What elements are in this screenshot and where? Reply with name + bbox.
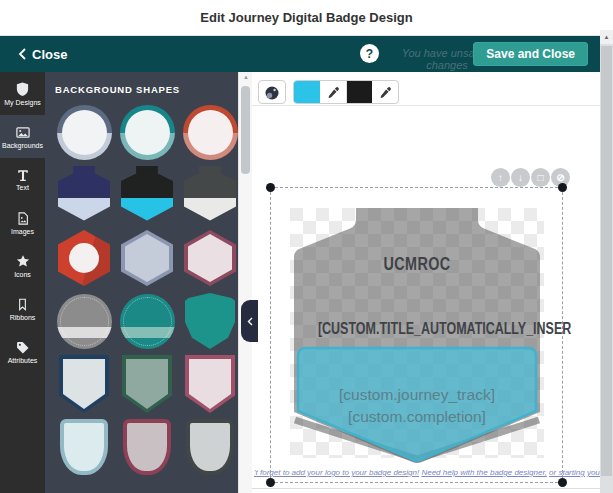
shape-thumbnail-ring-circle[interactable] [118,103,176,161]
shape-thumbnail-tab-shield[interactable] [181,166,238,224]
shape-thumbnail-ring-circle[interactable] [181,103,238,161]
photo-icon [16,211,30,226]
panel-scrollbar-thumb[interactable] [241,86,250,174]
close-button[interactable]: Close [18,47,67,62]
chevron-left-icon [247,317,253,326]
shape-thumbnail-tab-shield[interactable] [55,166,113,224]
shape-thumbnail-peek-circle[interactable] [118,481,176,493]
sidebar-item-backgrounds[interactable]: Backgrounds [0,115,45,158]
shape-thumbnail-pennant[interactable] [55,355,113,413]
shape-thumbnail-pennant[interactable] [118,355,176,413]
background-shapes-panel: BACKGROUND SHAPES [45,72,238,493]
page-scrollbar[interactable]: ▲ [600,30,613,493]
star-icon [15,254,31,269]
fill-swatch[interactable] [294,81,320,104]
footer-note-text: 't forget to add your logo to your badge… [254,468,419,477]
close-label: Close [32,47,67,62]
sidebar-item-attributes[interactable]: Attributes [0,330,45,373]
color-sphere-icon[interactable] [259,81,285,104]
color-toolbar [258,80,399,104]
sidebar-item-label: Text [16,184,29,191]
bookmark-icon [16,297,29,312]
badge-completion-text[interactable]: [custom.completion] [290,408,544,426]
badge-org-text[interactable]: UCMROC [315,254,518,275]
panel-scrollbar[interactable]: ▲ [238,72,252,493]
shape-thumbnail-band-circle[interactable] [55,292,113,350]
eyedropper-icon[interactable] [320,81,346,104]
sidebar-item-label: My Designs [4,99,41,106]
scroll-up-icon[interactable]: ▲ [600,30,613,44]
sidebar-item-images[interactable]: Images [0,201,45,244]
scroll-up-icon[interactable]: ▲ [239,74,253,80]
help-icon[interactable]: ? [360,44,379,63]
shape-thumbnail-peek-circle[interactable] [181,481,238,493]
shape-thumbnail-u-shield[interactable] [181,418,238,476]
shape-thumbnail-u-shield[interactable] [55,418,113,476]
tag-icon [15,340,30,355]
page-title: Edit Journey Digital Badge Design [200,10,412,25]
canvas-footer-note: 't forget to add your logo to your badge… [254,468,600,477]
selection-handle[interactable] [558,183,567,192]
duplicate-button[interactable]: □ [531,168,550,187]
shape-thumbnail-peek-circle[interactable] [55,481,113,493]
shape-thumbnail-shield[interactable] [181,292,238,350]
sidebar-item-icons[interactable]: Icons [0,244,45,287]
shape-thumbnail-tab-shield[interactable] [118,166,176,224]
collapse-panel-tab[interactable] [241,300,258,342]
shape-grid [55,103,238,493]
design-canvas[interactable]: ↑↓□⊘ UCMROC [CUSTOM.TITLE_AUTOMATICALLY_… [252,72,600,493]
sidebar-item-ribbons[interactable]: Ribbons [0,287,45,330]
sidebar-item-label: Images [11,228,34,235]
sidebar-item-label: Ribbons [10,314,36,321]
shape-thumbnail-hex-circle[interactable] [55,229,113,287]
sidebar-item-label: Icons [14,271,31,278]
sidebar-item-text[interactable]: Text [0,158,45,201]
shape-thumbnail-pennant[interactable] [181,355,238,413]
shield-icon [15,81,30,97]
move-down-button[interactable]: ↓ [511,168,530,187]
selection-handle[interactable] [266,183,275,192]
help-link[interactable]: Need help with the badge designer, [421,468,546,477]
shape-thumbnail-hexagon[interactable] [118,229,176,287]
badge-track-text[interactable]: [custom.journey_track] [290,386,544,404]
canvas-bottom-divider [252,488,600,489]
selection-handle[interactable] [558,478,567,487]
sidebar: My DesignsBackgroundsTextImagesIconsRibb… [0,72,45,493]
shape-thumbnail-band-circle[interactable] [118,292,176,350]
toolbar-divider [252,105,600,106]
sidebar-item-label: Attributes [8,357,38,364]
sidebar-item-label: Backgrounds [2,142,43,149]
page-scrollbar-thumb[interactable] [601,46,612,476]
shape-thumbnail-ring-circle[interactable] [55,103,113,161]
shape-thumbnail-u-shield[interactable] [118,418,176,476]
badge-canvas-object[interactable] [290,208,544,470]
selection-handle[interactable] [266,478,275,487]
text-icon [16,168,30,182]
action-bar: Close ? You have unsaved changes Save an… [0,36,601,72]
window-titlebar: Edit Journey Digital Badge Design [0,0,613,36]
sidebar-item-my-designs[interactable]: My Designs [0,72,45,115]
shape-thumbnail-hexagon[interactable] [181,229,238,287]
move-up-button[interactable]: ↑ [491,168,510,187]
save-and-close-button[interactable]: Save and Close [473,42,588,66]
panel-header: BACKGROUND SHAPES [55,84,238,95]
image-icon [15,125,31,140]
eyedropper-icon[interactable] [372,81,398,104]
starting-design-link[interactable]: or starting your design? [549,468,600,477]
badge-title-text[interactable]: [CUSTOM.TITLE_AUTOMATICALLY_INSER [318,320,516,338]
outline-swatch[interactable] [346,81,372,104]
chevron-left-icon [18,48,26,60]
